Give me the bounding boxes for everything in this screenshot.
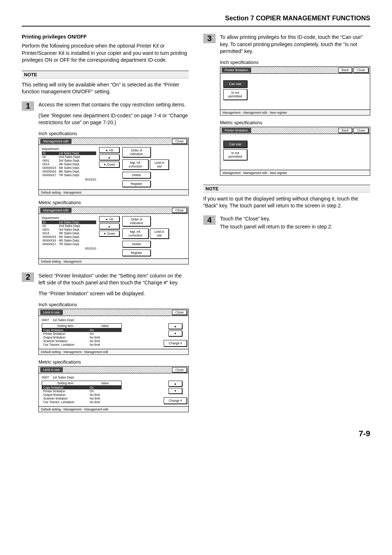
limit-in-use-button[interactable]: Limit in use [150, 228, 169, 239]
delete-button[interactable]: Delete [122, 241, 151, 247]
setting-row[interactable]: Fax Transm. LimitationNo limit [42, 343, 122, 347]
scroll-up-button[interactable] [168, 323, 182, 329]
triangle-down-icon [174, 332, 177, 335]
down-button[interactable]: Down [99, 231, 119, 236]
limit-in-use-panel-inch: Limit in use Close 0007 1st Sales Dept. [38, 309, 189, 355]
dept-row[interactable]: 000000177th Sales Dept. [42, 173, 96, 177]
setting-table: Setting item Value Copy limitationOn Pri… [42, 381, 122, 404]
left-column: Printing privileges ON/OFF Perform the f… [22, 27, 189, 414]
limit-in-use-button[interactable]: Limit in use [150, 159, 169, 170]
department-list: Department 011st Sales Dept. 022nd Sales… [42, 216, 96, 256]
close-button[interactable]: Close [354, 128, 368, 133]
dept-row-selected[interactable]: 011st Sales Dept. [42, 220, 96, 224]
up-button[interactable]: Up [99, 216, 119, 222]
register-button[interactable]: Register [122, 250, 151, 256]
right-column: 3 To allow printing privileges for this … [203, 27, 370, 414]
panel-breadcrumb: Management - Management edit - New regis… [220, 170, 370, 175]
back-button[interactable]: Back [338, 128, 352, 133]
dept-row[interactable]: 000000155th Sales Dept. [42, 235, 96, 239]
setting-row[interactable]: Scanner limitationNo limit [42, 339, 122, 343]
scroll-down-button[interactable] [168, 388, 182, 394]
close-button[interactable]: Close [354, 68, 368, 73]
setting-row[interactable]: Printer limitationOn [42, 332, 122, 336]
dept-row-selected[interactable]: 011st Sales Dept. [42, 151, 96, 155]
order-of-indication-button[interactable]: Order of indication [122, 147, 151, 157]
dept-row[interactable]: 00144th Sales Dept. [42, 162, 96, 166]
dept-name: 1st Sales Dept. [53, 376, 75, 379]
panel-titlebar: Management edit Close [39, 207, 188, 214]
close-button[interactable]: Close [172, 139, 187, 144]
panel-breadcrumb: Default setting - Management [39, 258, 188, 264]
close-button[interactable]: Close [172, 367, 187, 372]
section-header: Section 7 COPIER MANAGEMENT FUNCTIONS [22, 15, 370, 22]
triangle-up-icon [108, 224, 111, 228]
step-3: 3 To allow printing privileges for this … [203, 34, 370, 178]
panel-titlebar: Management edit Close [39, 138, 188, 145]
panel-title: Management edit [40, 208, 72, 213]
step-4-text-a: Touch the “Close” key. [220, 215, 370, 223]
setting-row-selected[interactable]: Copy limitationOn [42, 328, 122, 332]
setting-row[interactable]: Fax Transm. LimitationNo limit [42, 400, 122, 404]
panel-breadcrumb: Management - Management edit - New regis… [220, 109, 370, 115]
department-list: Department 011st Sales Dept. 022nd Sales… [42, 147, 96, 187]
step-2-body: Select “Printer limitation” under the “S… [38, 272, 189, 414]
step-1-text-a: Access the screen that contains the copy… [38, 101, 189, 109]
dept-row[interactable]: 00013rd Sales Dept. [42, 228, 96, 231]
dept-row[interactable]: 000000166th Sales Dept. [42, 239, 96, 242]
change-number-button[interactable]: Change # [164, 397, 187, 404]
setting-row[interactable]: Scanner limitationNo limit [42, 397, 122, 400]
panel-title: Management edit [40, 139, 72, 144]
mgt-inf-correction-button[interactable]: Mgt. Inf. correction [122, 228, 148, 239]
scroll-down-button[interactable] [168, 331, 182, 336]
dept-row[interactable]: 00144th Sales Dept. [42, 231, 96, 235]
dept-row[interactable]: 000000155th Sales Dept. [42, 166, 96, 170]
dept-code: 0007 [42, 376, 49, 379]
printer-limitation-panel-inch: Printer limitation Back Close Can use Is… [220, 66, 370, 116]
register-button[interactable]: Register [122, 181, 151, 187]
panel-breadcrumb: Default setting - Management [39, 189, 188, 195]
down-button[interactable]: Down [99, 162, 119, 167]
step-1-body: Access the screen that contains the copy… [38, 101, 189, 267]
caption-inch-1: Inch specifications [38, 131, 189, 136]
page: Section 7 COPIER MANAGEMENT FUNCTIONS Pr… [0, 0, 392, 453]
dept-row[interactable]: 000000177th Sales Dept. [42, 242, 96, 246]
printer-limitation-panel-metric: Printer limitation Back Close Can use Is… [220, 127, 370, 176]
setting-row[interactable]: Output limitationNo limit [42, 336, 122, 339]
can-use-button[interactable]: Can use [223, 80, 247, 88]
back-button[interactable]: Back [338, 68, 352, 73]
triangle-down-icon [174, 389, 177, 393]
department-list-header: Department [42, 147, 96, 151]
panel-title: Printer limitation [222, 128, 251, 133]
step-2-text-b: The “Printer limitation” screen will be … [38, 290, 189, 297]
close-button[interactable]: Close [172, 208, 187, 213]
intro-paragraph: Perform the following procedure when the… [22, 42, 189, 64]
setting-row-selected[interactable]: Copy limitationOn [42, 386, 122, 389]
close-button[interactable]: Close [172, 310, 187, 315]
management-edit-panel-metric: Management edit Close Department 011st S… [38, 207, 189, 264]
dept-row[interactable]: 022nd Sales Dept. [42, 155, 96, 159]
note-text: If you want to quit the displayed settin… [203, 195, 370, 210]
dept-row[interactable]: 000000166th Sales Dept. [42, 170, 96, 173]
dept-row[interactable]: 022nd Sales Dept. [42, 224, 96, 228]
page-number: 7-9 [22, 429, 370, 438]
up-button[interactable]: Up [99, 147, 119, 153]
setting-row[interactable]: Output limitationNo limit [42, 393, 122, 397]
triangle-up-icon [174, 382, 177, 385]
scroll-up-button[interactable] [168, 381, 182, 386]
step-4-body: Touch the “Close” key. The touch panel w… [220, 215, 370, 234]
mgt-inf-correction-button[interactable]: Mgt. Inf. correction [122, 159, 148, 170]
dept-row[interactable]: 00013rd Sales Dept. [42, 159, 96, 162]
step-1-text-b: (See “Register new department ID-codes” … [38, 112, 189, 126]
change-number-button[interactable]: Change # [164, 340, 187, 347]
order-of-indication-button[interactable]: Order of indication [122, 216, 151, 226]
is-not-permitted-button[interactable]: Is not permitted [223, 149, 247, 160]
setting-row[interactable]: Printer limitationOn [42, 389, 122, 393]
caption-metric-1: Metric specifications [38, 200, 189, 205]
caption-metric-2: Metric specifications [38, 359, 189, 365]
management-edit-panel-inch: Management edit Close Department 011st S… [38, 138, 189, 195]
scroll-up-button[interactable] [99, 223, 119, 229]
scroll-up-button[interactable] [99, 154, 119, 160]
delete-button[interactable]: Delete [122, 172, 151, 178]
can-use-button[interactable]: Can use [223, 141, 247, 148]
is-not-permitted-button[interactable]: Is not permitted [223, 89, 247, 100]
